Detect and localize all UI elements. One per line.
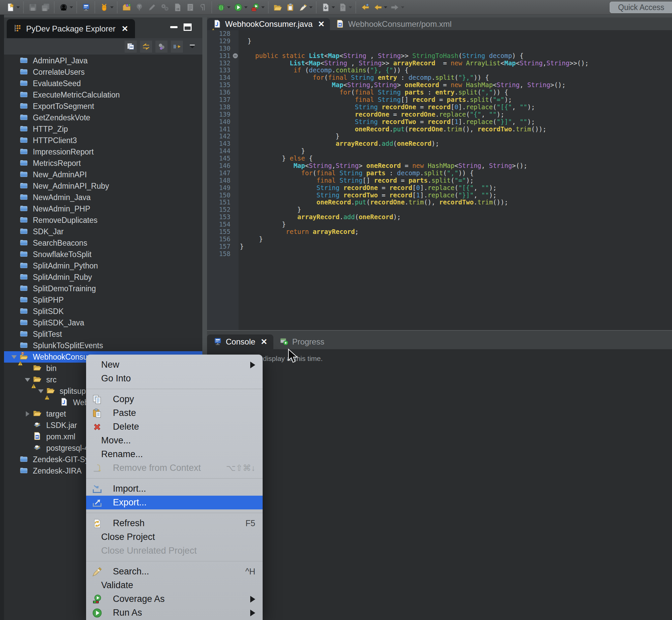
- tree-item-new-adminapi-ruby[interactable]: New_AdminAPI_Ruby: [4, 180, 202, 192]
- dropdown-caret-icon[interactable]: [261, 6, 265, 8]
- menu-item-label: Copy: [113, 394, 134, 405]
- tree-item-splitsdk[interactable]: SplitSDK: [4, 306, 202, 317]
- dropdown-caret-icon[interactable]: [244, 6, 247, 8]
- tree-item-new-adminapi[interactable]: New_AdminAPI: [4, 169, 202, 180]
- tree-item-snowflaketosplit[interactable]: SnowflakeToSplit: [4, 249, 202, 260]
- collapse-all-icon[interactable]: [125, 41, 137, 53]
- code-area[interactable]: 128129 }130131− public static List<Map<S…: [207, 30, 672, 330]
- menu-item-coverage-as[interactable]: Coverage As: [86, 592, 263, 606]
- save-icon: [28, 2, 38, 12]
- menu-item-search[interactable]: Search...^H: [86, 565, 263, 578]
- link-with-editor-icon[interactable]: [140, 41, 152, 53]
- package-explorer-tab[interactable]: PyDev Package Explorer ✕: [7, 19, 135, 38]
- dropdown-caret-icon[interactable]: [16, 6, 20, 8]
- coverage-icon: [92, 594, 104, 605]
- menu-item-copy[interactable]: Copy: [86, 393, 263, 406]
- focus-task-icon[interactable]: [171, 41, 183, 53]
- tree-item-splitadmin-python[interactable]: SplitAdmin_Python: [4, 260, 202, 271]
- tree-item-correlateusers[interactable]: CorrelateUsers: [4, 66, 202, 78]
- fold-marker-icon[interactable]: −: [232, 52, 240, 60]
- editor-tab-webhookconsumer-pom-xml[interactable]: WebhookConsumer/pom.xml: [330, 18, 457, 30]
- tree-item-removeduplicates[interactable]: RemoveDuplicates: [4, 214, 202, 226]
- chevron-expanded-icon[interactable]: [9, 355, 19, 359]
- dropdown-caret-icon[interactable]: [384, 6, 387, 8]
- tree-item-executemetriccalculation[interactable]: ExecuteMetricCalculation: [4, 89, 202, 101]
- dropdown-caret-icon[interactable]: [332, 6, 335, 8]
- close-view-icon[interactable]: ✕: [122, 24, 128, 34]
- split-tool-button[interactable]: [98, 2, 115, 13]
- back-button[interactable]: [372, 2, 389, 13]
- dropdown-caret-icon[interactable]: [110, 6, 114, 8]
- tree-item-metricsreport[interactable]: MetricsReport: [4, 157, 202, 169]
- coverage-button[interactable]: [215, 2, 232, 13]
- tree-item-searchbeacons[interactable]: SearchBeacons: [4, 237, 202, 249]
- quick-access-box[interactable]: Quick Access: [610, 2, 672, 13]
- tree-item-splunktosplitevents[interactable]: SplunkToSplitEvents: [4, 340, 202, 351]
- project-folder-icon: [19, 226, 30, 237]
- open-folder-button[interactable]: [271, 2, 284, 13]
- menu-item-export[interactable]: Export...: [86, 496, 263, 509]
- debug-button[interactable]: [249, 2, 266, 13]
- menu-item-move[interactable]: Move...: [86, 434, 263, 448]
- fold-collapse-icon[interactable]: −: [233, 53, 238, 58]
- dropdown-caret-icon[interactable]: [227, 6, 230, 8]
- tree-item-httpclient3[interactable]: HTTPClient3: [4, 135, 202, 146]
- dropdown-caret-icon[interactable]: [349, 6, 352, 8]
- close-tab-icon[interactable]: ✕: [261, 337, 267, 347]
- menu-item-import[interactable]: Import...: [86, 482, 263, 496]
- tree-item-newadmin-php[interactable]: NewAdmin_PHP: [4, 203, 202, 214]
- tree-item-adminapi-java[interactable]: AdminAPI_Java: [4, 55, 202, 66]
- maximize-view-icon[interactable]: [183, 23, 191, 31]
- chevron-collapsed-icon[interactable]: [22, 411, 33, 417]
- filters-icon[interactable]: [156, 41, 168, 53]
- tree-item-splitdemotraining[interactable]: SplitDemoTraining: [4, 283, 202, 294]
- dropdown-caret-icon[interactable]: [309, 6, 313, 8]
- code-text: return arrayRecord;: [240, 228, 672, 236]
- new-wizard-button[interactable]: [4, 2, 21, 13]
- tree-item-http-zip[interactable]: HTTP_Zip: [4, 123, 202, 135]
- tree-item-label: HTTPClient3: [33, 136, 77, 145]
- menu-item-refresh[interactable]: RefreshF5: [86, 516, 263, 530]
- remote-console-button[interactable]: [80, 2, 93, 13]
- tree-item-impressionreport[interactable]: ImpressionReport: [4, 146, 202, 157]
- menu-item-close-project[interactable]: Close Project: [86, 530, 263, 544]
- code-text: List<Map<String , String>> arrayRecord =…: [240, 60, 672, 67]
- menu-item-new[interactable]: New: [86, 358, 263, 372]
- menu-item-delete[interactable]: Delete: [86, 420, 263, 434]
- menu-item-run-as[interactable]: Run As: [86, 606, 263, 620]
- marker-button[interactable]: [297, 2, 314, 13]
- tree-item-sdk-jar[interactable]: SDK_Jar: [4, 226, 202, 237]
- clipboard-button[interactable]: [284, 2, 297, 13]
- open-artifact-button[interactable]: [120, 2, 133, 13]
- tree-item-getzendeskvote[interactable]: GetZendeskVote: [4, 112, 202, 123]
- next-annotation-button[interactable]: [319, 2, 336, 13]
- console-tab-label: Console: [226, 337, 255, 347]
- chevron-expanded-icon[interactable]: [36, 390, 46, 393]
- tree-item-newadmin-java[interactable]: NewAdmin_Java: [4, 192, 202, 203]
- minimize-view-icon[interactable]: [170, 26, 177, 28]
- code-text: [240, 30, 672, 38]
- menu-item-label: Delete: [113, 422, 139, 432]
- editor-tab-webhookconsumer-java[interactable]: WebhookConsumer.java✕: [207, 18, 330, 30]
- menu-item-paste[interactable]: Paste: [86, 406, 263, 420]
- fold-gutter: [232, 126, 240, 133]
- run-button[interactable]: [232, 2, 249, 13]
- tree-item-splitphp[interactable]: SplitPHP: [4, 294, 202, 306]
- close-tab-icon[interactable]: ✕: [318, 19, 325, 29]
- menu-item-go-into[interactable]: Go Into: [86, 372, 263, 385]
- tree-item-splitsdk-java[interactable]: SplitSDK_Java: [4, 317, 202, 328]
- console-tab-console[interactable]: Console✕: [207, 334, 273, 349]
- dropdown-caret-icon[interactable]: [70, 6, 73, 8]
- chevron-expanded-icon[interactable]: [22, 378, 33, 382]
- tree-item-splitadmin-ruby[interactable]: SplitAdmin_Ruby: [4, 271, 202, 283]
- menu-item-rename[interactable]: Rename...: [86, 448, 263, 461]
- tree-item-splittest[interactable]: SplitTest: [4, 328, 202, 340]
- last-edit-button[interactable]: [359, 2, 372, 13]
- user-profile-button[interactable]: [57, 2, 74, 13]
- view-menu-icon[interactable]: [186, 41, 198, 53]
- console-tab-progress[interactable]: Progress: [273, 334, 330, 349]
- tree-item-evaluateseed[interactable]: EvaluateSeed: [4, 78, 202, 89]
- menu-item-validate[interactable]: Validate: [86, 578, 263, 592]
- dropdown-caret-icon[interactable]: [401, 6, 404, 8]
- tree-item-exporttosegment[interactable]: ExportToSegment: [4, 101, 202, 112]
